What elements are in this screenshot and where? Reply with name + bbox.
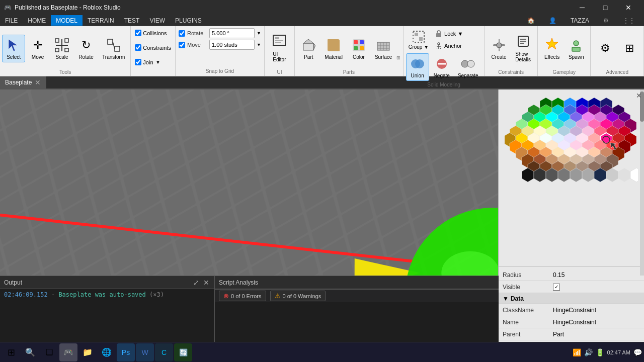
svg-rect-7 — [108, 39, 113, 44]
spawn-button[interactable]: Spawn — [565, 35, 588, 62]
windows-start-button[interactable]: ⊞ — [2, 343, 20, 361]
color-picker-close-button[interactable]: ✕ — [636, 92, 642, 100]
join-row: Join ▼ — [135, 58, 171, 66]
taskbar-ps-button[interactable]: Ps — [117, 343, 135, 361]
taskbar-left: ⊞ 🔍 ❑ 🎮 📁 🌐 Ps W C 🔄 — [2, 343, 192, 361]
log-message: Baseplate was auto-saved — [58, 291, 145, 298]
output-title: Output — [4, 279, 22, 286]
svg-line-9 — [113, 42, 115, 49]
transform-button[interactable]: Transform — [99, 35, 128, 62]
advanced-extra-button[interactable]: ⊞ — [618, 38, 641, 59]
menu-plugins[interactable]: PLUGINS — [170, 15, 207, 26]
close-button[interactable]: ✕ — [617, 0, 640, 15]
menu-terrain[interactable]: TERRAIN — [83, 15, 119, 26]
taskbar-network-icon: 📶 — [573, 348, 581, 356]
warnings-badge[interactable]: ⚠ 0 of 0 Warnings — [270, 291, 326, 301]
taskbar-search-button[interactable]: 🔍 — [21, 343, 39, 361]
output-close-button[interactable]: ✕ — [202, 279, 210, 287]
move-button[interactable]: ✛ Move — [26, 35, 49, 62]
visible-checkbox[interactable]: ✓ — [553, 284, 560, 291]
constraints-checkbox[interactable] — [135, 44, 141, 51]
anchor-button[interactable]: Anchor — [432, 40, 465, 51]
collisions-label: Collisions — [143, 30, 167, 36]
svg-point-41 — [415, 59, 424, 68]
taskbar-docs-button[interactable]: W — [136, 343, 154, 361]
move-dropdown[interactable]: ▼ — [257, 42, 261, 47]
output-maximize-button[interactable]: ⤢ — [192, 279, 200, 287]
select-button[interactable]: Select — [2, 35, 25, 62]
parts-group-label: Parts — [343, 68, 355, 75]
effects-label: Effects — [544, 54, 559, 60]
svg-rect-23 — [354, 46, 358, 50]
home-icon[interactable]: 🏠 — [522, 17, 540, 24]
taskbar-app1-button[interactable]: C — [155, 343, 173, 361]
move-snap-row: Move ▼ — [179, 40, 261, 50]
join-checkbox[interactable] — [135, 59, 141, 65]
menu-test[interactable]: TEST — [119, 15, 145, 26]
create-button[interactable]: Create — [488, 35, 511, 62]
spawn-icon — [568, 37, 584, 53]
rotate-snap-input[interactable] — [209, 28, 255, 38]
select-label: Select — [7, 54, 21, 60]
collisions-checkbox[interactable] — [135, 30, 141, 36]
parts-expand[interactable]: ⊞ — [396, 55, 400, 60]
rotate-snap-checkbox[interactable] — [179, 30, 185, 37]
taskbar-browser-button[interactable]: 🌐 — [98, 343, 116, 361]
separate-button[interactable]: Separate — [454, 53, 482, 81]
effects-button[interactable]: Effects — [540, 35, 564, 62]
negate-button[interactable]: Negate — [430, 53, 453, 81]
part-button[interactable]: Part — [297, 35, 320, 62]
taskbar-folder-button[interactable]: 📁 — [78, 343, 97, 361]
ui-editor-group: UIEditor UI — [265, 26, 295, 76]
menu-file[interactable]: FILE — [0, 15, 23, 26]
menu-model[interactable]: MODEL — [51, 15, 83, 26]
minimize-button[interactable]: ─ — [571, 0, 594, 15]
surface-button[interactable]: Surface — [371, 35, 395, 62]
join-dropdown[interactable]: ▼ — [156, 60, 160, 65]
errors-badge[interactable]: ⊗ 0 of 0 Errors — [219, 291, 266, 301]
scale-button[interactable]: Scale — [50, 35, 73, 62]
solid-modeling-group: Group ▼ Lock ▼ — [404, 26, 485, 76]
show-details-button[interactable]: ShowDetails — [512, 32, 535, 65]
ui-editor-label: UIEditor — [273, 51, 286, 62]
move-snap-checkbox[interactable] — [179, 42, 185, 48]
ui-editor-button[interactable]: UIEditor — [268, 32, 291, 65]
taskbar-right: 📶 🔊 🔋 02:47 AM 💬 — [573, 348, 642, 356]
settings-icon[interactable]: ⚙ — [598, 17, 614, 24]
error-icon: ⊗ — [223, 292, 229, 300]
data-section-arrow[interactable]: ▼ — [503, 295, 509, 302]
menu-home[interactable]: HOME — [23, 15, 51, 26]
rotate-button[interactable]: ↻ Rotate — [74, 35, 98, 62]
svg-point-35 — [438, 43, 440, 45]
right-scrollbar[interactable] — [640, 89, 644, 276]
rotate-dropdown[interactable]: ▼ — [257, 31, 261, 36]
visible-value[interactable]: ✓ — [553, 284, 640, 291]
taskbar-taskview-button[interactable]: ❑ — [40, 343, 58, 361]
solid-top-row: Group ▼ Lock ▼ — [406, 28, 482, 81]
material-button[interactable]: Material — [321, 35, 346, 62]
taskbar-roblox-button[interactable]: 🎮 — [59, 343, 77, 361]
name-key: Name — [503, 319, 553, 326]
color-label: Color — [353, 54, 365, 60]
union-button[interactable]: Union — [406, 53, 429, 81]
tab-close-icon[interactable]: ✕ — [35, 78, 41, 86]
advanced-group: ⚙ ⊞ Advanced — [591, 26, 644, 76]
viewport-area: ✕ — [0, 89, 644, 276]
group-button[interactable]: Group ▼ — [406, 28, 431, 52]
baseplate-tab[interactable]: Baseplate ✕ — [0, 76, 46, 88]
rotate-label: Rotate — [78, 54, 93, 60]
titlebar-controls[interactable]: ─ □ ✕ — [571, 0, 640, 15]
svg-rect-11 — [275, 37, 279, 39]
menu-view[interactable]: VIEW — [144, 15, 170, 26]
account-icon[interactable]: 👤 — [544, 17, 561, 24]
taskbar-notification-icon[interactable]: 💬 — [633, 348, 642, 356]
svg-rect-2 — [61, 39, 62, 51]
hex-color-grid[interactable] — [499, 89, 644, 266]
maximize-button[interactable]: □ — [594, 0, 617, 15]
advanced-settings-button[interactable]: ⚙ — [594, 38, 617, 59]
taskbar-app2-button[interactable]: 🔄 — [174, 343, 192, 361]
color-button[interactable]: Color — [347, 35, 370, 62]
lock-button[interactable]: Lock ▼ — [432, 28, 465, 39]
grid-icon[interactable]: ⋮⋮ — [618, 17, 640, 24]
move-snap-input[interactable] — [209, 40, 255, 50]
